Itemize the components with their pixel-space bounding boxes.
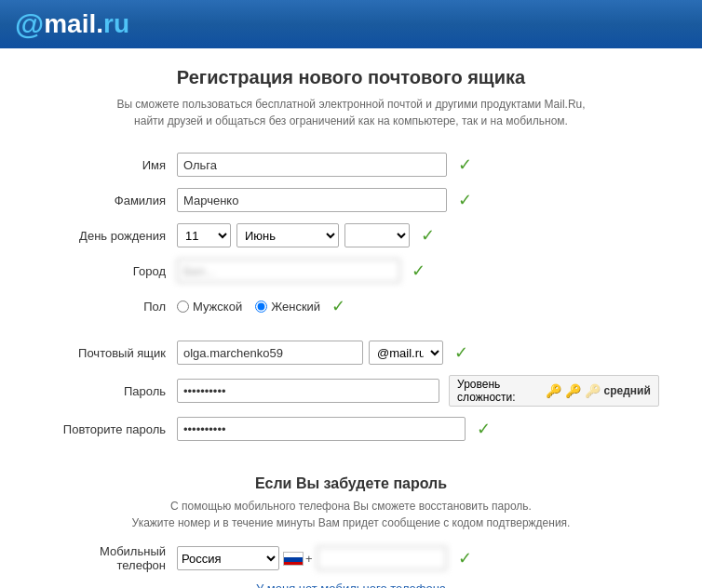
password-row: Пароль Уровень сложности: 🔑 🔑 🔑 средний [56, 375, 646, 407]
strength-value: средний [604, 384, 651, 397]
country-select[interactable]: Россия [177, 546, 279, 570]
gender-female-label[interactable]: Женский [255, 300, 320, 314]
last-name-row: Фамилия ✓ [56, 187, 646, 213]
password-label: Пароль [56, 384, 177, 398]
key-icon-2: 🔑 [565, 383, 581, 398]
mobile-phone-label: Мобильный телефон [56, 544, 177, 572]
gender-check: ✓ [331, 296, 345, 316]
logo-at-symbol: @ [15, 7, 44, 42]
logo: @mail.ru [15, 7, 129, 42]
first-name-check: ✓ [458, 154, 472, 175]
mailbox-row: Почтовый ящик @mail.ru ✓ [56, 340, 646, 366]
confirm-password-control: ✓ [177, 417, 646, 441]
recovery-title: Если Вы забудете пароль [56, 466, 646, 492]
gender-radio-group: Мужской Женский [177, 300, 320, 314]
gender-label: Пол [56, 300, 177, 314]
key-icon-3: 🔑 [585, 383, 601, 398]
phone-prefix-wrapper: + [283, 552, 313, 566]
gender-female-radio[interactable] [255, 301, 267, 313]
key-icon-1: 🔑 [546, 383, 561, 398]
domain-select[interactable]: @mail.ru [369, 341, 443, 365]
logo-ru-text: ru [103, 9, 129, 39]
city-control: ✓ [177, 259, 646, 283]
confirm-password-label: Повторите пароль [56, 422, 177, 436]
last-name-control: ✓ [177, 188, 646, 212]
city-input[interactable] [177, 259, 400, 283]
first-name-control: ✓ [177, 153, 646, 177]
russia-flag-icon [283, 552, 304, 566]
page-title: Регистрация нового почтового ящика [56, 67, 646, 88]
page-description: Вы сможете пользоваться бесплатной элект… [56, 96, 646, 129]
city-label: Город [56, 264, 177, 278]
password-control: Уровень сложности: 🔑 🔑 🔑 средний [177, 375, 659, 407]
gender-control: Мужской Женский ✓ [177, 296, 646, 316]
birthdate-control: 11 Июнь ✓ [177, 223, 646, 247]
logo-mail-text: mail [44, 9, 96, 39]
mailbox-label: Почтовый ящик [56, 346, 177, 360]
confirm-password-row: Повторите пароль ✓ [56, 416, 646, 442]
first-name-input[interactable] [177, 153, 447, 177]
phone-prefix-text: + [305, 552, 313, 566]
strength-label: Уровень сложности: [457, 378, 541, 404]
birthdate-label: День рождения [56, 229, 177, 243]
confirm-password-input[interactable] [177, 417, 466, 441]
gender-male-label[interactable]: Мужской [177, 300, 242, 314]
mobile-phone-row: Мобильный телефон Россия + ✓ [56, 544, 646, 572]
gender-female-text: Женский [271, 300, 320, 314]
confirm-password-check: ✓ [477, 419, 491, 439]
main-content: Регистрация нового почтового ящика Вы см… [0, 48, 702, 588]
mailbox-check: ✓ [454, 342, 468, 363]
last-name-input[interactable] [177, 188, 447, 212]
day-select[interactable]: 11 [177, 223, 231, 247]
recovery-description: С помощью мобильного телефона Вы сможете… [56, 498, 646, 531]
first-name-row: Имя ✓ [56, 152, 646, 178]
logo-dot: . [96, 9, 103, 39]
phone-number-input[interactable] [317, 546, 447, 570]
gender-male-radio[interactable] [177, 301, 189, 313]
mailbox-input[interactable] [177, 341, 363, 365]
birthdate-check: ✓ [421, 225, 435, 246]
city-row: Город ✓ [56, 258, 646, 284]
no-phone-link[interactable]: У меня нет мобильного телефона [56, 581, 646, 588]
year-select[interactable] [344, 223, 410, 247]
month-select[interactable]: Июнь [236, 223, 339, 247]
mailbox-control: @mail.ru ✓ [177, 341, 646, 365]
phone-check: ✓ [458, 548, 472, 568]
last-name-label: Фамилия [56, 194, 177, 207]
phone-wrapper: Россия + [177, 546, 447, 570]
city-check: ✓ [412, 261, 425, 281]
birthdate-row: День рождения 11 Июнь ✓ [56, 222, 646, 248]
gender-male-text: Мужской [193, 300, 242, 314]
first-name-label: Имя [56, 158, 177, 172]
last-name-check: ✓ [458, 190, 472, 210]
password-input[interactable] [177, 379, 439, 403]
gender-row: Пол Мужской Женский ✓ [56, 293, 646, 319]
header: @mail.ru [0, 0, 702, 48]
strength-box: Уровень сложности: 🔑 🔑 🔑 средний [449, 375, 659, 407]
mobile-phone-control: Россия + ✓ [177, 546, 646, 570]
